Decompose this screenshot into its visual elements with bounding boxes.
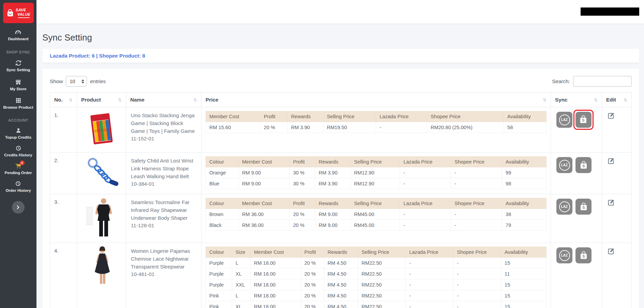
row-number: 4. (50, 243, 77, 308)
select-stepper-icon (81, 79, 84, 83)
column-header-product[interactable]: Product⇅ (77, 93, 126, 107)
sort-icon: ⇅ (69, 97, 73, 103)
price-value: - (406, 301, 453, 308)
lazada-sync-button[interactable]: LAZ (556, 157, 572, 173)
table-row: 2.Safety Child Anti Lost Wrist Link Harn… (50, 153, 632, 194)
edit-button[interactable] (608, 157, 615, 165)
product-name-cell: Seamless Tourmaline Far Infrared Ray Sha… (126, 194, 201, 243)
price-value: Blue (206, 178, 239, 189)
shopee-sync-button[interactable]: S (575, 157, 591, 173)
price-table: ColourMember CostProfitRewardsSelling Pr… (206, 156, 546, 189)
sidebar-item-pending-order[interactable]: 0 Pending Order (5, 163, 32, 175)
price-value: 20 % (289, 209, 315, 220)
sort-icon: ⇅ (118, 97, 122, 103)
price-value: RM22.50 (358, 268, 406, 279)
price-col-header: Shopee Price (451, 157, 502, 167)
sync-cell: LAZS (551, 107, 602, 153)
sort-icon: ⇅ (624, 97, 627, 103)
price-value: - (376, 122, 427, 133)
price-value: - (453, 301, 501, 308)
price-col-header: Lazada Price (376, 111, 427, 122)
price-col-header: Member Cost (250, 247, 301, 258)
product-table: No.⇅ Product⇅ Name⇅ Price⇅ Sync⇅ Edit⇅ 1… (50, 92, 632, 308)
sidebar-section-shop-sync: SHOP SYNC (6, 50, 30, 54)
sidebar-item-dashboard[interactable]: Dashboard (8, 29, 28, 41)
redacted-user-info (581, 7, 639, 16)
edit-button[interactable] (608, 248, 615, 255)
column-header-edit[interactable]: Edit⇅ (602, 93, 632, 107)
sync-cell: LAZS (551, 194, 602, 243)
svg-text:S: S (582, 205, 585, 210)
entries-label: entries (90, 78, 106, 84)
price-col-header: Member Cost (238, 157, 289, 167)
price-value: L (232, 290, 250, 301)
table-controls: Show 10 entries Search: (50, 76, 632, 87)
column-header-name[interactable]: Name⇅ (126, 93, 201, 107)
shopee-sync-button[interactable]: S (575, 247, 591, 263)
price-col-header: Availability (502, 157, 546, 167)
lazada-sync-button[interactable]: LAZ (556, 247, 572, 263)
page-size-select[interactable]: 10 (66, 76, 87, 87)
product-image-cell (77, 194, 126, 243)
sidebar-item-sync-setting[interactable]: Sync Setting (6, 60, 30, 72)
price-value: RM22.50 (358, 301, 406, 308)
product-name-cell: Uno Stacko Stacking Jenga Game | Stackin… (126, 107, 201, 153)
app-logo[interactable]: SAVE VALUE (3, 3, 34, 23)
edit-cell (602, 243, 632, 308)
sidebar-item-my-store[interactable]: My Store (10, 79, 27, 91)
sidebar-item-order-history[interactable]: Order History (5, 181, 31, 192)
shopee-sync-button[interactable]: S (575, 112, 591, 128)
price-col-header: Colour (206, 157, 239, 167)
price-value: - (406, 258, 453, 268)
product-sku: 10-461-01 (131, 271, 196, 278)
store-icon (15, 79, 21, 85)
show-label: Show (50, 78, 63, 84)
column-header-sync[interactable]: Sync⇅ (551, 93, 602, 107)
product-sku: 10-384-01 (131, 180, 196, 188)
price-table: Member CostProfitRewardsSelling PriceLaz… (206, 111, 546, 133)
sidebar-collapse-button[interactable] (12, 201, 25, 214)
price-col-header: Lazada Price (400, 157, 451, 167)
price-value: - (453, 290, 501, 301)
price-value: 20 % (260, 122, 287, 133)
price-value: - (406, 279, 453, 290)
product-summary-text: Lazada Product: 6 | Shopee Product: 8 (50, 53, 145, 59)
price-cell: ColourMember CostProfitRewardsSelling Pr… (201, 153, 551, 194)
svg-text:S: S (582, 164, 585, 168)
price-value: - (451, 178, 502, 189)
price-row: BrownRM 36.0020 %RM 9.00RM45.00--38 (206, 209, 546, 220)
product-image (86, 198, 117, 239)
lazada-sync-button[interactable]: LAZ (556, 112, 572, 128)
column-header-no[interactable]: No.⇅ (50, 93, 77, 107)
price-value: RM 18.00 (250, 268, 301, 279)
shopee-highlight-ring: S (573, 110, 594, 130)
table-row: 3.Seamless Tourmaline Far Infrared Ray S… (50, 194, 632, 243)
sync-cell: LAZS (551, 243, 602, 308)
sync-cell: LAZS (551, 153, 602, 194)
price-value: RM 9.00 (315, 209, 350, 220)
lazada-sync-button[interactable]: LAZ (556, 199, 572, 215)
shopee-sync-button[interactable]: S (575, 199, 591, 215)
product-table-body: 1.Uno Stacko Stacking Jenga Game | Stack… (50, 107, 632, 308)
price-value: RM 4.50 (324, 279, 358, 290)
price-value: - (453, 279, 501, 290)
price-row: PinkLRM 18.0020 %RM 4.50RM22.50--15 (206, 290, 546, 301)
price-value: RM 18.00 (250, 290, 301, 301)
column-header-price[interactable]: Price⇅ (201, 93, 551, 107)
grid-icon (16, 97, 21, 104)
product-name-cell: Safety Child Anti Lost Wrist Link Harnes… (126, 153, 201, 194)
edit-icon (608, 157, 615, 165)
sidebar-item-browse-product[interactable]: Browse Product (3, 97, 33, 109)
price-col-header: Colour (206, 247, 232, 258)
price-value: 20 % (301, 290, 324, 301)
sidebar-item-credits-history[interactable]: Credits History (4, 145, 32, 157)
page-size-control: Show 10 entries (50, 76, 106, 87)
price-col-header: Shopee Price (427, 111, 504, 122)
price-value: RM 18.00 (250, 258, 301, 268)
product-name-cell: Women Lingerie Pajamas Chemise Lace Nigh… (126, 243, 201, 308)
search-input[interactable] (573, 76, 632, 87)
price-value: 20 % (301, 258, 324, 268)
edit-button[interactable] (608, 112, 615, 119)
edit-button[interactable] (608, 199, 615, 206)
sidebar-item-topup-credits[interactable]: Topup Credits (5, 127, 31, 139)
